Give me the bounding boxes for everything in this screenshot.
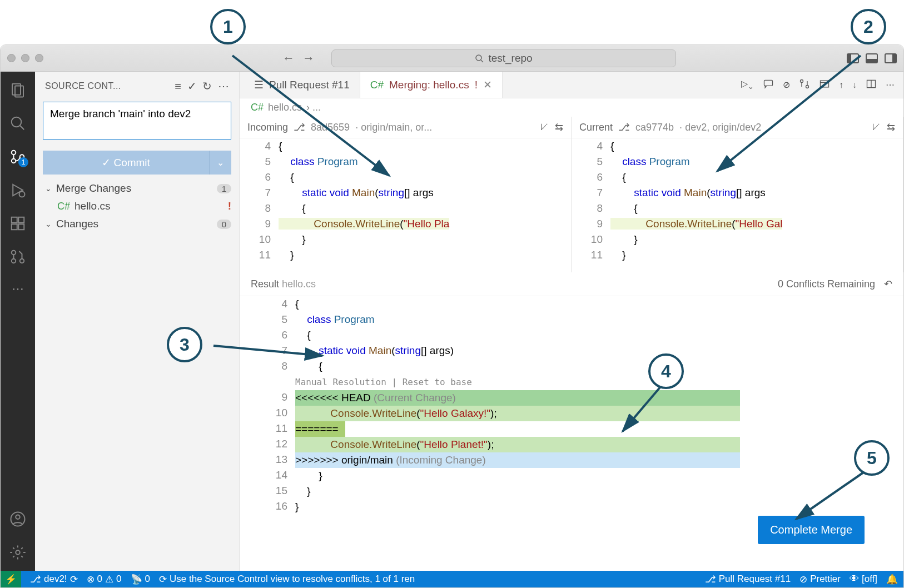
layout-right-icon[interactable] xyxy=(885,53,897,63)
svg-rect-18 xyxy=(18,224,24,230)
ports-status[interactable]: 📡 0 xyxy=(131,574,150,585)
result-code[interactable]: 4 5 6 7 8 9 10 11 12 13 14 15 16 { class… xyxy=(240,296,903,515)
commit-dropdown[interactable]: ⌄ xyxy=(209,151,231,175)
accept-all-icon[interactable]: ⩗ xyxy=(871,121,881,133)
close-tab-icon[interactable]: ✕ xyxy=(483,78,492,91)
incoming-code[interactable]: 4 5 6 7 8 9 10 11 { class Program { stat… xyxy=(240,138,571,263)
accept-all-icon[interactable]: ⩗ xyxy=(539,121,549,133)
tab-pull-request[interactable]: ☰ Pull Request #11 xyxy=(244,72,360,98)
svg-point-23 xyxy=(16,515,20,520)
tab-merging[interactable]: C# Merging: hello.cs ! ✕ xyxy=(360,72,503,98)
commit-action-icon[interactable]: ✓ xyxy=(187,79,197,93)
svg-rect-17 xyxy=(12,224,17,230)
merge-count: 1 xyxy=(217,184,231,193)
undo-icon[interactable]: ↶ xyxy=(884,278,892,290)
complete-merge-button[interactable]: Complete Merge xyxy=(758,516,865,544)
code-lens[interactable]: Manual Resolution | Reset to base xyxy=(295,375,472,390)
source-control-icon[interactable]: 1 xyxy=(9,148,26,165)
explorer-icon[interactable] xyxy=(9,82,26,98)
dirty-indicator: ! xyxy=(475,79,478,91)
svg-point-9 xyxy=(12,117,22,127)
svg-point-5 xyxy=(476,55,481,61)
comment-icon[interactable] xyxy=(763,78,774,92)
result-header: Result hello.cs 0 Conflicts Remaining ↶ xyxy=(240,272,903,296)
merge-changes-section[interactable]: ⌄ Merge Changes 1 xyxy=(35,179,239,198)
open-changes-icon[interactable] xyxy=(819,78,830,92)
svg-rect-28 xyxy=(821,81,829,87)
compare-icon[interactable]: ⇆ xyxy=(887,121,895,133)
editor-area: ☰ Pull Request #11 C# Merging: hello.cs … xyxy=(240,72,903,571)
list-icon: ☰ xyxy=(254,78,264,91)
remote-indicator[interactable]: ⚡ xyxy=(1,571,21,587)
result-pane: 4 5 6 7 8 9 10 11 12 13 14 15 16 { class… xyxy=(240,296,903,571)
commit-icon: ⎇ xyxy=(294,121,305,133)
svg-point-12 xyxy=(12,159,16,163)
sync-status[interactable]: ⟳ Use the Source Control view to resolve… xyxy=(159,574,415,585)
scm-badge: 1 xyxy=(18,157,28,167)
debug-icon[interactable] xyxy=(9,182,26,198)
view-as-tree-icon[interactable]: ≡ xyxy=(175,80,181,93)
compare-icon[interactable]: ⇆ xyxy=(555,121,563,133)
titlebar: ← → test_repo xyxy=(1,45,903,72)
nav-back-icon[interactable]: ← xyxy=(282,51,295,66)
layout-bottom-icon[interactable] xyxy=(866,53,878,63)
layout-left-icon[interactable] xyxy=(847,53,859,63)
refresh-icon[interactable]: ↻ xyxy=(202,79,212,93)
merge-editor-3way: Incoming ⎇ 8ad5659 · origin/main, or... … xyxy=(240,117,903,272)
commit-button[interactable]: ✓ Commit xyxy=(43,151,209,175)
maximize-window[interactable] xyxy=(35,54,43,62)
search-icon xyxy=(475,54,484,63)
incoming-commit: 8ad5659 xyxy=(311,122,350,133)
run-icon[interactable]: ▷⌄ xyxy=(741,78,754,91)
minimize-window[interactable] xyxy=(21,54,29,62)
notifications-icon[interactable]: 🔔 xyxy=(886,574,898,585)
command-center[interactable]: test_repo xyxy=(331,49,676,67)
github-pr-icon[interactable] xyxy=(9,248,26,265)
commit-message-input[interactable] xyxy=(43,102,231,139)
settings-gear-icon[interactable] xyxy=(9,544,26,561)
commit-icon: ⎇ xyxy=(618,121,630,133)
annotation-4: 4 xyxy=(648,353,684,389)
file-hello-cs[interactable]: C# hello.cs ! xyxy=(35,198,239,215)
svg-point-26 xyxy=(801,79,803,82)
close-window[interactable] xyxy=(7,54,16,62)
chevron-down-icon: ⌄ xyxy=(45,220,52,228)
up-arrow-icon[interactable]: ↑ xyxy=(839,80,843,90)
conflicts-remaining: 0 Conflicts Remaining xyxy=(778,278,875,290)
incoming-title: Incoming xyxy=(247,122,288,133)
account-icon[interactable] xyxy=(9,511,26,527)
pr-status[interactable]: ⎇ Pull Request #11 xyxy=(705,574,791,585)
screencast-status[interactable]: 👁 [off] xyxy=(850,574,877,585)
annotation-1: 1 xyxy=(210,9,246,44)
down-arrow-icon[interactable]: ↓ xyxy=(852,80,857,90)
current-code[interactable]: 4 5 6 7 8 9 10 11 { class Program { stat… xyxy=(572,138,903,263)
conflict-indicator: ! xyxy=(228,200,231,212)
split-editor-icon[interactable] xyxy=(866,78,877,92)
csharp-icon: C# xyxy=(370,79,384,91)
more-actions-icon[interactable]: ⋯ xyxy=(218,79,230,93)
annotation-5: 5 xyxy=(854,440,890,476)
git-compare-icon[interactable] xyxy=(799,78,810,92)
svg-point-14 xyxy=(19,192,25,197)
extensions-icon[interactable] xyxy=(9,215,26,232)
svg-point-11 xyxy=(12,151,16,155)
search-text: test_repo xyxy=(488,52,532,64)
problems-status[interactable]: ⊗ 0 ⚠ 0 xyxy=(87,574,122,585)
svg-rect-16 xyxy=(18,217,24,223)
more-tab-icon[interactable]: ⋯ xyxy=(886,79,895,90)
changes-section[interactable]: ⌄ Changes 0 xyxy=(35,215,239,233)
svg-point-27 xyxy=(806,85,809,88)
nav-forward-icon[interactable]: → xyxy=(302,51,315,66)
window-controls xyxy=(7,54,43,62)
breadcrumbs[interactable]: C# hello.cs › ... xyxy=(240,98,903,117)
csharp-icon: C# xyxy=(251,102,264,113)
search-activity-icon[interactable] xyxy=(9,115,26,132)
activity-bar: 1 ⋯ xyxy=(1,72,35,571)
prettier-status[interactable]: ⊘ Prettier xyxy=(799,574,841,585)
current-commit: ca9774b xyxy=(635,122,674,133)
branch-status[interactable]: ⎇ dev2! ⟳ xyxy=(30,574,78,585)
svg-point-19 xyxy=(12,251,16,255)
svg-point-21 xyxy=(20,259,24,263)
check-icon[interactable]: ⊘ xyxy=(783,79,790,90)
more-icon[interactable]: ⋯ xyxy=(9,282,26,298)
